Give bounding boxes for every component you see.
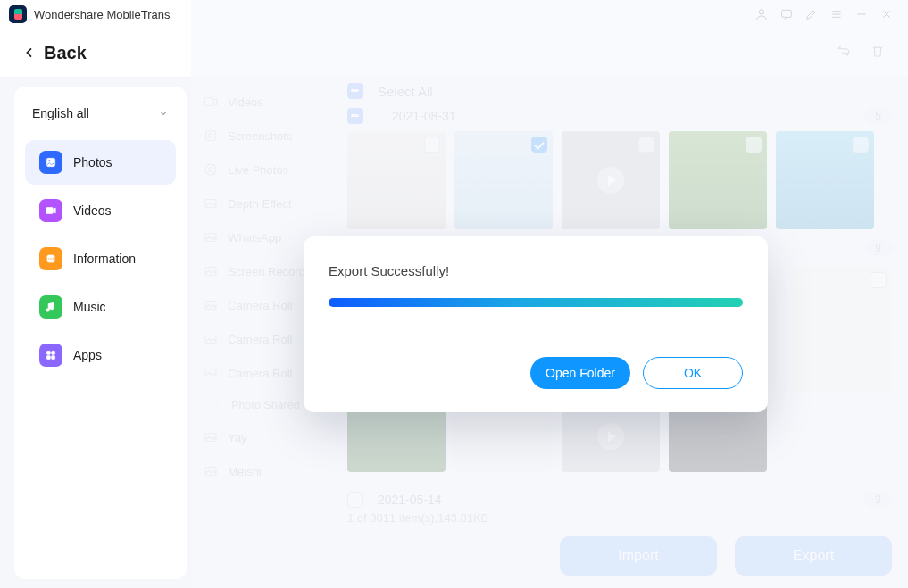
folder-label: Camera Roll [228,299,292,312]
import-label: Import [618,548,658,564]
photo-thumbnail[interactable] [669,131,767,229]
svg-rect-25 [205,468,216,476]
svg-rect-12 [52,356,55,360]
svg-rect-20 [205,268,216,276]
sidebar-item-apps[interactable]: Apps [25,333,176,377]
select-all-label: Select All [378,84,433,99]
chevron-down-icon [213,401,222,410]
svg-rect-24 [205,434,216,442]
thumbnail-row [347,131,892,229]
minimize-icon[interactable] [849,2,874,27]
thumbnail-checkbox[interactable] [871,272,887,288]
svg-rect-4 [46,208,54,214]
sidebar-item-label: Apps [73,348,102,362]
svg-point-7 [48,258,50,260]
menu-icon[interactable] [824,2,849,27]
sidebar-item-label: Photos [73,155,112,170]
sidebar-item-music[interactable]: Music [25,285,176,329]
feedback-icon[interactable] [774,2,799,27]
apps-icon [39,344,62,367]
folder-label: Photo Shared [231,399,299,411]
svg-rect-18 [205,200,216,208]
folder-label: Screen Recorder [228,265,315,278]
svg-rect-10 [52,351,55,354]
folder-item[interactable]: Depth Effect [190,186,340,220]
folder-label: Live Photos [228,163,288,177]
group-count-badge: 9 [864,240,892,256]
folder-label: Screenshots [228,129,292,143]
group-date: 2021-05-14 [378,493,442,507]
delete-icon[interactable] [870,43,886,62]
sidebar: English all Photos Videos Information Mu… [14,87,187,579]
folder-label: Depth Effect [228,197,291,211]
folder-item[interactable]: Meishi [190,454,340,488]
thumbnail-checkbox[interactable] [424,137,440,153]
photo-thumbnail[interactable] [454,131,553,229]
refresh-icon[interactable] [836,43,852,62]
folder-item[interactable]: Live Photos [190,153,340,186]
export-button[interactable]: Export [735,536,892,576]
information-icon [39,247,62,270]
app-logo-icon [9,5,27,23]
videos-icon [39,199,62,222]
svg-rect-22 [205,335,216,344]
svg-point-8 [52,258,54,260]
edit-icon[interactable] [799,2,824,27]
svg-rect-11 [46,356,50,360]
ok-label: OK [684,366,702,380]
svg-rect-1 [782,10,792,17]
close-icon[interactable] [874,2,899,27]
svg-rect-2 [46,158,54,166]
folder-item[interactable]: Videos [190,85,340,119]
language-selector[interactable]: English all [14,95,187,137]
ok-button[interactable]: OK [643,357,743,389]
folder-label: Camera Roll [228,367,292,380]
chevron-down-icon [158,108,169,119]
sidebar-item-label: Music [73,300,106,314]
video-thumbnail[interactable] [562,131,660,229]
group-checkbox[interactable] [347,492,363,508]
folder-label: WhatsApp [228,231,281,244]
sidebar-item-photos[interactable]: Photos [25,140,176,185]
folder-label: Camera Roll [228,333,292,346]
action-buttons: Import Export [560,536,892,576]
svg-point-3 [48,160,50,161]
language-label: English all [32,106,89,120]
svg-point-15 [209,134,213,138]
photos-icon [39,151,62,174]
import-button[interactable]: Import [560,536,717,576]
sidebar-item-label: Videos [73,203,112,218]
svg-rect-21 [205,302,216,310]
group-count-badge: 5 [864,108,892,124]
svg-point-0 [759,10,763,14]
folder-label: Meishi [228,465,262,478]
thumbnail-checkbox[interactable] [746,137,762,153]
svg-point-6 [50,258,52,260]
progress-bar [329,298,743,307]
photo-thumbnail[interactable] [794,267,892,392]
open-folder-button[interactable]: Open Folder [530,357,630,389]
svg-rect-9 [46,351,50,354]
thumbnail-checkbox[interactable] [638,137,654,153]
folder-item[interactable]: Screenshots [190,119,340,153]
account-icon[interactable] [749,2,774,27]
date-group-header[interactable]: 2021-08-31 5 [347,108,892,124]
photo-thumbnail[interactable] [776,131,874,229]
folder-label: Yay [228,431,246,444]
sidebar-item-information[interactable]: Information [25,236,176,281]
export-success-dialog: Export Successfully! Open Folder OK [304,236,768,412]
group-date: 2021-08-31 [392,109,456,123]
folder-item[interactable]: Yay [190,420,340,454]
status-text: 1 of 3011 item(s),143.81KB [347,511,892,525]
select-all-checkbox[interactable] [347,83,363,99]
thumbnail-checkbox[interactable] [853,137,869,153]
group-checkbox[interactable] [347,108,363,124]
thumbnail-checkbox[interactable] [531,137,547,153]
photo-thumbnail[interactable] [347,131,446,229]
play-icon [597,423,624,450]
chevron-left-icon [22,46,37,60]
back-button[interactable]: Back [22,43,87,63]
date-group-header[interactable]: 2021-05-14 3 [347,492,892,508]
select-all-row[interactable]: Select All [347,83,892,99]
sidebar-item-videos[interactable]: Videos [25,188,176,233]
